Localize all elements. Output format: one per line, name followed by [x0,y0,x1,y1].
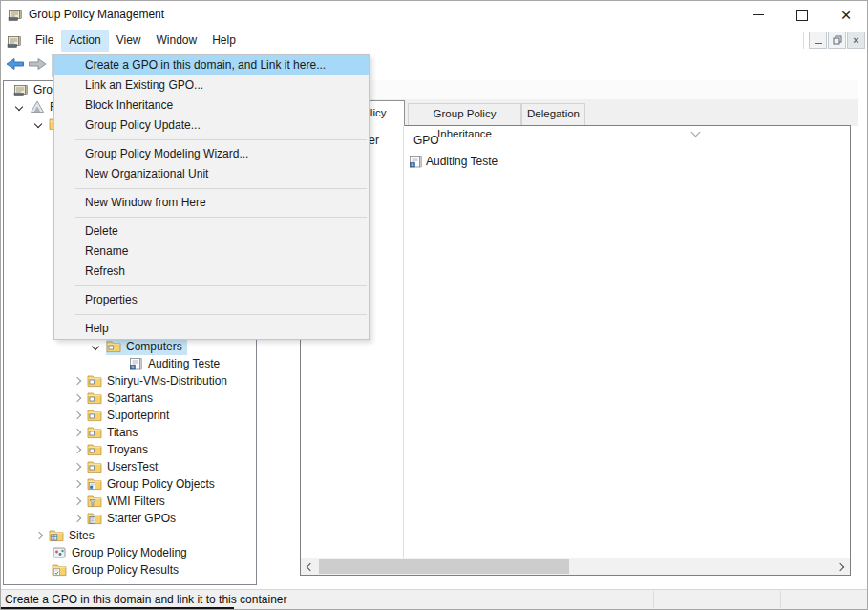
tree-item[interactable]: Troyans [4,441,256,458]
tree-item-label: Group Policy Objects [105,476,217,492]
divider [653,591,654,608]
mdi-restore-button[interactable] [828,32,846,49]
tree-item[interactable]: Starter GPOs [4,510,256,527]
tab-delegation[interactable]: Delegation [521,103,585,125]
menu-separator [54,213,369,221]
chevron-expanded-icon[interactable] [11,98,30,116]
scrollbar-thumb[interactable] [319,559,569,574]
tree-item[interactable]: Auditing Teste [4,355,256,372]
forward-button[interactable] [27,56,48,74]
menu-item[interactable]: Properties [54,290,369,310]
tree-item-content[interactable]: Group Policy Modeling [52,544,192,561]
tree-item[interactable]: Group Policy Modeling [4,544,256,561]
menu-item[interactable]: Group Policy Modeling Wizard... [54,144,369,164]
menu-item[interactable]: Delete [54,221,369,242]
tree-item-content[interactable]: Computers [106,338,187,355]
tree-item[interactable]: UsersTest [4,458,256,475]
tree-item[interactable]: Shiryu-VMs-Distribution [4,372,256,389]
maximize-button[interactable] [780,0,824,30]
ou-folder-icon [87,442,102,457]
scroll-right-arrow-icon[interactable] [834,558,850,575]
tree-item[interactable]: Suporteprint [4,407,256,424]
policy-folder-icon [87,476,102,492]
gpm-icon [7,33,22,49]
results-icon [52,562,67,578]
tree-item-content[interactable]: Suporteprint [87,407,174,424]
menu-item[interactable]: New Window from Here [54,193,369,213]
tree-item[interactable]: Sites [4,527,256,544]
horizontal-scrollbar[interactable] [301,558,850,575]
divider [803,32,804,49]
action-menu: Create a GPO in this domain, and Link it… [53,54,370,340]
tree-item-content[interactable]: Group Policy Results [52,561,183,578]
menu-item[interactable]: Link an Existing GPO... [54,75,369,95]
chevron-collapsed-icon[interactable] [68,475,87,493]
tree-item-content[interactable]: UsersTest [87,458,162,475]
chevron-collapsed-icon[interactable] [68,407,87,424]
tree-item-content[interactable]: WMI Filters [87,493,170,510]
tree-item[interactable]: Spartans [4,389,256,407]
menu-item[interactable]: Block Inheritance [54,95,369,116]
menu-item[interactable]: Rename [54,242,369,262]
menu-action[interactable]: Action [61,30,108,52]
menu-separator [54,282,369,290]
scroll-left-arrow-icon[interactable] [301,558,317,575]
tree-item-content[interactable]: Troyans [87,441,153,458]
starter-folder-icon [87,511,102,526]
chevron-collapsed-icon[interactable] [68,441,87,458]
chevron-expanded-icon[interactable] [87,338,106,355]
column-header-gpo[interactable]: GPO [413,134,439,147]
gpo-icon [128,356,143,371]
chevron-collapsed-icon[interactable] [30,527,49,544]
menu-separator [54,310,369,319]
menu-help[interactable]: Help [204,30,243,52]
chevron-collapsed-icon[interactable] [68,458,87,475]
tree-item-content[interactable]: Sites [49,527,99,544]
tree-item-content[interactable]: Auditing Teste [128,355,224,372]
close-button[interactable]: × [824,0,868,30]
tree-item[interactable]: Group Policy Results [4,561,256,578]
divider [780,591,781,608]
tree-item-content[interactable]: Titans [87,424,142,441]
menu-item[interactable]: Refresh [54,262,369,282]
restore-icon [833,35,842,45]
menu-window[interactable]: Window [149,30,205,52]
back-button[interactable] [5,56,26,74]
tree-item-content[interactable]: Starter GPOs [87,510,180,527]
chevron-collapsed-icon[interactable] [68,389,87,407]
chevron-expanded-icon[interactable] [30,116,49,133]
menu-item[interactable]: Group Policy Update... [54,116,369,136]
gpo-list-row[interactable]: Auditing Teste [408,153,498,170]
tree-item-content[interactable]: Shiryu-VMs-Distribution [87,372,232,389]
linked-gpo-content: Link Order GPO Auditing Teste [300,125,851,576]
menu-file[interactable]: File [28,30,61,52]
tree-item-label: Suporteprint [105,408,171,423]
tree-item[interactable]: Group Policy Objects [4,475,256,493]
ou-folder-icon [106,339,121,354]
tree-item[interactable]: WMI Filters [4,493,256,510]
tab-group-policy-inheritance[interactable]: Group Policy Inheritance [408,103,521,125]
ou-folder-icon [87,390,102,406]
menu-item[interactable]: New Organizational Unit [54,164,369,184]
menu-view[interactable]: View [109,30,149,52]
chevron-collapsed-icon[interactable] [68,510,87,527]
tree-item-label: Titans [105,425,139,440]
mdi-close-button[interactable]: × [847,32,865,49]
column-divider [403,126,404,558]
gpo-icon [408,154,423,169]
chevron-collapsed-icon[interactable] [68,372,87,389]
status-bar: Create a GPO in this domain and link it … [0,589,868,609]
chevron-collapsed-icon[interactable] [68,424,87,441]
menu-item[interactable]: Help [54,319,369,339]
chevron-collapsed-icon[interactable] [68,493,87,510]
tree-item[interactable]: Computers [4,338,256,355]
tree-item-content[interactable]: Spartans [87,389,158,407]
tree-item-label: Shiryu-VMs-Distribution [105,373,229,389]
close-icon: × [840,6,851,24]
minimize-button[interactable] [736,0,780,30]
mdi-minimize-button[interactable] [809,32,827,49]
tree-item[interactable]: Titans [4,424,256,441]
menu-item[interactable]: Create a GPO in this domain, and Link it… [54,55,369,75]
tree-item-content[interactable]: Group Policy Objects [87,475,220,493]
chevron-down-icon[interactable] [689,128,703,137]
